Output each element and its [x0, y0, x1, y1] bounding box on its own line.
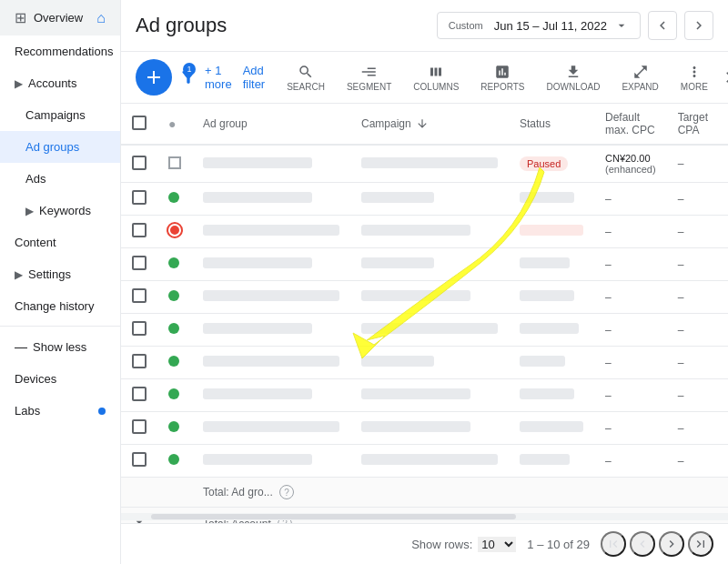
table-row: – – h...: [121, 216, 728, 248]
blurred-status: [520, 290, 574, 301]
home-icon: ⌂: [96, 10, 106, 26]
table-row: – – h...: [121, 281, 728, 314]
row-cpc-cell: CN¥20.00(enhanced): [594, 145, 667, 183]
row-checkbox[interactable]: [132, 452, 147, 467]
ad-group-header[interactable]: Ad group: [192, 104, 350, 145]
table-row: – – h...: [121, 183, 728, 216]
blurred-campaign-name: [361, 225, 470, 236]
row-checkbox[interactable]: [132, 156, 147, 170]
reports-icon: [494, 64, 511, 80]
page-title: Ad groups: [136, 14, 227, 37]
row-status-text-cell: Paused: [509, 145, 594, 183]
blurred-status: [520, 454, 570, 465]
expand-icon: ▶: [15, 77, 23, 90]
columns-icon: [428, 64, 444, 80]
rows-per-page-select[interactable]: 10 25 50 100: [478, 537, 516, 552]
next-period-button[interactable]: [684, 11, 713, 40]
sidebar-item-label: Keywords: [39, 204, 91, 217]
sidebar-item-label: Content: [15, 236, 56, 249]
sidebar-item-ads[interactable]: Ads: [0, 163, 120, 195]
date-range-picker[interactable]: Custom Jun 15 – Jul 11, 2022: [437, 12, 641, 39]
row-checkbox[interactable]: [132, 190, 147, 205]
sidebar-item-change-history[interactable]: Change history: [0, 290, 120, 322]
date-label: Custom: [449, 20, 483, 31]
expand-icon: [632, 64, 649, 80]
sidebar-item-devices[interactable]: Devices: [0, 363, 120, 395]
main-content: Ad groups Custom Jun 15 – Jul 11, 2022 1…: [121, 0, 728, 564]
row-checkbox-cell[interactable]: [121, 145, 157, 183]
sidebar-item-ad-groups[interactable]: Ad groups: [0, 131, 120, 163]
status-dot-green: [168, 192, 179, 203]
table-row: – – h...: [121, 347, 728, 379]
expand-action[interactable]: EXPAND: [614, 60, 665, 96]
prev-page-icon: [635, 537, 650, 551]
sidebar-item-labs[interactable]: Labs: [0, 395, 120, 427]
more-action[interactable]: MORE: [673, 60, 715, 96]
blurred-adgroup-name: [203, 323, 312, 334]
status-text-header: Status: [509, 104, 594, 145]
next-page-button[interactable]: [659, 531, 684, 557]
prev-period-button[interactable]: [648, 11, 677, 40]
more-vert-icon: [686, 64, 703, 80]
blurred-campaign-name: [361, 323, 498, 334]
chevron-left-icon: [654, 17, 671, 34]
sidebar-item-label: Ad groups: [25, 140, 79, 154]
status-header: ●: [157, 104, 192, 145]
campaign-header[interactable]: Campaign: [350, 104, 509, 145]
sidebar: ⊞ Overview ⌂ Recommendations ▶ Accounts …: [0, 0, 121, 564]
blurred-adgroup-name: [203, 290, 339, 301]
collapse-sidebar-button[interactable]: [723, 63, 728, 92]
row-checkbox[interactable]: [132, 387, 147, 401]
row-tcpa-cell: –: [667, 145, 719, 183]
download-action[interactable]: DOWNLOAD: [540, 60, 608, 96]
blurred-adgroup-name: [203, 356, 339, 367]
segment-action[interactable]: SEGMENT: [339, 60, 399, 96]
blurred-adgroup-name: [203, 454, 312, 465]
total-adgroup-info-icon[interactable]: ?: [279, 485, 294, 499]
reports-label: REPORTS: [480, 82, 524, 92]
action-toolbar: 1 + 1 more Add filter SEARCH SEGMENT COL…: [121, 52, 728, 104]
row-checkbox[interactable]: [132, 354, 147, 368]
scrollbar-thumb[interactable]: [151, 514, 515, 519]
status-dot-error: [168, 224, 181, 237]
last-page-button[interactable]: [688, 531, 713, 557]
blurred-status: [520, 225, 583, 236]
blurred-status: [520, 421, 583, 432]
more-label: MORE: [681, 82, 708, 92]
select-all-checkbox[interactable]: [132, 116, 147, 130]
columns-action[interactable]: COLUMNS: [406, 60, 466, 96]
sidebar-item-recommendations[interactable]: Recommendations: [0, 35, 120, 67]
row-checkbox[interactable]: [132, 419, 147, 434]
status-dot-green: [168, 421, 179, 432]
blurred-campaign-name: [361, 257, 434, 268]
row-status-cell: [157, 145, 192, 183]
sidebar-item-label: Overview: [34, 11, 83, 25]
sidebar-item-overview[interactable]: ⊞ Overview ⌂: [0, 0, 120, 35]
add-filter-link[interactable]: Add filter: [243, 64, 266, 91]
pagination-nav: [601, 531, 713, 557]
reports-action[interactable]: REPORTS: [473, 60, 531, 96]
row-checkbox[interactable]: [132, 321, 147, 336]
first-page-button[interactable]: [601, 531, 626, 557]
search-action[interactable]: SEARCH: [279, 60, 332, 96]
sidebar-item-content[interactable]: Content: [0, 227, 120, 258]
blurred-campaign-name: [361, 388, 470, 399]
more-filters-link[interactable]: + 1 more: [205, 64, 232, 91]
horizontal-scrollbar[interactable]: [121, 513, 728, 520]
row-checkbox[interactable]: [132, 223, 147, 237]
prev-page-button[interactable]: [630, 531, 655, 557]
filter-button[interactable]: 1: [179, 61, 197, 94]
select-all-header[interactable]: [121, 104, 157, 145]
sidebar-item-label: Recommendations: [15, 45, 113, 58]
row-checkbox[interactable]: [132, 256, 147, 270]
sidebar-item-show-less[interactable]: — Show less: [0, 330, 120, 363]
sidebar-item-label: Labs: [15, 404, 40, 418]
labs-dot: [98, 408, 106, 415]
sidebar-item-settings[interactable]: ▶ Settings: [0, 258, 120, 290]
add-button[interactable]: [136, 59, 172, 96]
row-campaign-cell: [350, 145, 509, 183]
sidebar-item-accounts[interactable]: ▶ Accounts: [0, 67, 120, 99]
row-checkbox[interactable]: [132, 288, 147, 303]
sidebar-item-campaigns[interactable]: Campaigns: [0, 99, 120, 131]
sidebar-item-keywords[interactable]: ▶ Keywords: [0, 195, 120, 227]
